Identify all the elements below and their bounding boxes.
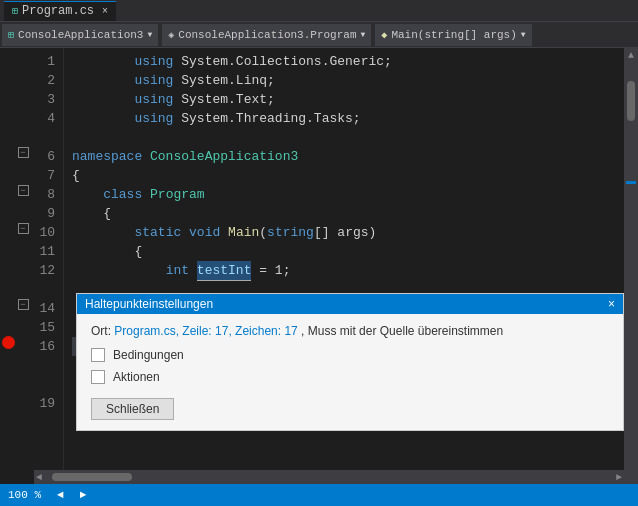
gutter-3 <box>16 86 30 105</box>
scroll-up-arrow[interactable]: ▲ <box>628 50 634 61</box>
code-line-7: { <box>72 166 624 185</box>
collapse-gutter: − − − − <box>16 48 30 504</box>
bp-cell-12 <box>0 257 16 276</box>
conditions-label: Bedingungen <box>113 348 184 362</box>
breakpoint-settings-popup: Haltepunkteinstellungen × Ort: Program.c… <box>76 293 624 431</box>
popup-close-button[interactable]: × <box>608 297 615 311</box>
status-bar: 100 % ◄ ► <box>0 484 638 506</box>
line-num-13 <box>34 280 55 299</box>
gutter-2 <box>16 67 30 86</box>
code-line-8: class Program <box>72 185 624 204</box>
bp-cell-13 <box>0 276 16 295</box>
code-line-6: namespace ConsoleApplication3 <box>72 147 624 166</box>
scroll-left-arrow[interactable]: ◄ <box>36 472 42 483</box>
popup-location-link[interactable]: Program.cs, Zeile: 17, Zeichen: 17 <box>114 324 297 338</box>
bp-cell-10 <box>0 219 16 238</box>
gutter-1 <box>16 48 30 67</box>
bp-cell-9 <box>0 200 16 219</box>
popup-title: Haltepunkteinstellungen <box>85 297 213 311</box>
popup-header: Haltepunkteinstellungen × <box>77 294 623 314</box>
line-num-15: 15 <box>34 318 55 337</box>
breakpoint-gutter <box>0 48 16 504</box>
gutter-13 <box>16 276 30 295</box>
scroll-right-btn[interactable]: ► <box>80 489 87 501</box>
popup-location-prefix: Ort: <box>91 324 111 338</box>
dropdown1-arrow: ▼ <box>147 30 152 39</box>
conditions-checkbox[interactable] <box>91 348 105 362</box>
bp-cell-14 <box>0 295 16 314</box>
testint-highlight: testInt <box>197 261 252 281</box>
code-editor[interactable]: using System.Collections.Generic; using … <box>64 48 624 504</box>
gutter-5 <box>16 124 30 143</box>
bp-cell-3 <box>0 86 16 105</box>
cs-file-icon: ⊞ <box>12 5 18 17</box>
scroll-h-thumb[interactable] <box>52 473 132 481</box>
close-button[interactable]: Schließen <box>91 398 174 420</box>
line-num-5 <box>34 128 55 147</box>
code-line-9: { <box>72 204 624 223</box>
collapse-class[interactable]: − <box>16 181 30 200</box>
collapse-method[interactable]: − <box>16 219 30 238</box>
line-num-19: 19 <box>34 394 55 413</box>
scroll-marker <box>626 181 636 184</box>
bp-cell-1 <box>0 48 16 67</box>
line-numbers: 1 2 3 4 6 7 8 9 10 11 12 14 15 16 19 <box>30 48 64 504</box>
line-num-17 <box>34 356 55 375</box>
program-cs-tab[interactable]: ⊞ Program.cs × <box>4 1 116 21</box>
bp-cell-15 <box>0 314 16 333</box>
code-line-10: static void Main(string[] args) <box>72 223 624 242</box>
line-num-6: 6 <box>34 147 55 166</box>
gutter-12 <box>16 257 30 276</box>
bp-cell-11 <box>0 238 16 257</box>
bp-cell-8 <box>0 181 16 200</box>
method-dropdown[interactable]: ◆ Main(string[] args) ▼ <box>375 24 531 46</box>
tab-label: Program.cs <box>22 4 94 18</box>
code-line-3: using System.Text; <box>72 90 624 109</box>
line-num-16: 16 <box>34 337 55 356</box>
line-num-2: 2 <box>34 71 55 90</box>
gutter-11 <box>16 238 30 257</box>
line-num-7: 7 <box>34 166 55 185</box>
gutter-4 <box>16 105 30 124</box>
collapse-namespace[interactable]: − <box>16 143 30 162</box>
class-dropdown-label: ConsoleApplication3.Program <box>178 29 356 41</box>
popup-actions-row: Aktionen <box>91 370 609 384</box>
scroll-right-arrow[interactable]: ► <box>616 472 622 483</box>
bp-cell-4 <box>0 105 16 124</box>
method-dropdown-label: Main(string[] args) <box>391 29 516 41</box>
cs-nav-icon: ⊞ <box>8 29 14 41</box>
line-num-18 <box>34 375 55 394</box>
namespace-dropdown[interactable]: ⊞ ConsoleApplication3 ▼ <box>2 24 158 46</box>
tab-close-button[interactable]: × <box>102 6 108 17</box>
method-nav-icon: ◆ <box>381 29 387 41</box>
collapse-for[interactable]: − <box>16 295 30 314</box>
gutter-9 <box>16 200 30 219</box>
actions-label: Aktionen <box>113 370 160 384</box>
line-num-10: 10 <box>34 223 55 242</box>
code-line-4: using System.Threading.Tasks; <box>72 109 624 128</box>
gutter-7 <box>16 162 30 181</box>
code-line-2: using System.Linq; <box>72 71 624 90</box>
namespace-dropdown-label: ConsoleApplication3 <box>18 29 143 41</box>
bp-cell-7 <box>0 162 16 181</box>
bp-cell-2 <box>0 67 16 86</box>
code-line-5 <box>72 128 624 147</box>
scroll-thumb[interactable] <box>627 81 635 121</box>
line-num-4: 4 <box>34 109 55 128</box>
horizontal-scrollbar[interactable]: ◄ ► <box>34 470 624 484</box>
line-num-12: 12 <box>34 261 55 280</box>
nav-bar: ⊞ ConsoleApplication3 ▼ ◈ ConsoleApplica… <box>0 22 638 48</box>
zoom-level: 100 % <box>8 489 41 501</box>
popup-conditions-row: Bedingungen <box>91 348 609 362</box>
vertical-scrollbar[interactable]: ▲ <box>624 48 638 504</box>
bp-cell-16[interactable] <box>0 336 16 355</box>
dropdown3-arrow: ▼ <box>521 30 526 39</box>
class-dropdown[interactable]: ◈ ConsoleApplication3.Program ▼ <box>162 24 371 46</box>
actions-checkbox[interactable] <box>91 370 105 384</box>
scroll-left-btn[interactable]: ◄ <box>57 489 64 501</box>
breakpoint-indicator[interactable] <box>2 336 15 349</box>
popup-body: Ort: Program.cs, Zeile: 17, Zeichen: 17 … <box>77 314 623 430</box>
line-num-8: 8 <box>34 185 55 204</box>
editor-wrapper: − − − − 1 2 3 4 6 <box>0 48 638 504</box>
line-num-3: 3 <box>34 90 55 109</box>
